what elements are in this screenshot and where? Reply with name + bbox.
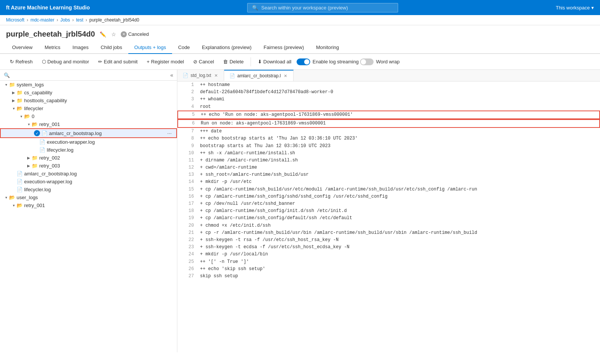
line-content: + chmod +x /etc/init.d/ssh — [200, 222, 271, 229]
tab-child-jobs[interactable]: Child jobs — [95, 41, 128, 54]
search-bar[interactable]: 🔍 Search within your workspace (preview) — [247, 3, 398, 12]
code-tab-std-log[interactable]: 📄 std_log.txt ✕ — [177, 70, 224, 81]
file-tree: 🔍 « ▾ 📁 system_logs ▶ 📁 cs_capability ▶ … — [0, 70, 177, 352]
tree-item-lifecycler-log[interactable]: 📄 lifecycler.log — [0, 146, 177, 154]
word-wrap-toggle[interactable]: Word wrap — [360, 58, 400, 65]
line-number: 24 — [180, 251, 194, 258]
line-content: + dirname /amlarc-runtime/install.sh — [200, 157, 298, 164]
search-icon: 🔍 — [4, 72, 10, 78]
line-content: + mkdir -p /usr/local/bin — [200, 251, 268, 258]
breadcrumb-microsoft[interactable]: Microsoft — [6, 17, 25, 23]
register-model-button[interactable]: + Register model — [143, 57, 188, 66]
tree-item-label: execution-wrapper.log — [47, 139, 174, 145]
edit-submit-button[interactable]: ✏ Edit and submit — [94, 57, 142, 66]
tree-item-amlarc-log2[interactable]: 📄 amlarc_cr_bootstrap.log — [0, 170, 177, 178]
tree-item-amlarc-bootstrap[interactable]: ✓ 📄 amlarc_cr_bootstrap.log ··· — [0, 128, 177, 138]
breadcrumb-test[interactable]: test — [76, 17, 83, 23]
code-line: 8++ echo bootstrap starts at 'Thu Jan 12… — [177, 135, 600, 142]
close-tab-button[interactable]: ✕ — [283, 74, 288, 78]
line-content: default-226a604b784f1bdefc4d127d78470ad8… — [200, 89, 333, 96]
line-number: 3 — [180, 96, 194, 103]
tab-bar: Overview Metrics Images Child jobs Outpu… — [0, 41, 600, 54]
tree-item-lifecycler-log2[interactable]: 📄 lifecycler.log — [0, 186, 177, 194]
folder-icon: 📁 — [17, 98, 23, 103]
debug-icon: ⬡ — [42, 59, 46, 65]
line-content: ++ echo bootstrap starts at 'Thu Jan 12 … — [200, 135, 358, 142]
log-streaming-toggle[interactable]: Enable log streaming — [297, 58, 358, 65]
chevron-down-icon: ▾ — [591, 5, 594, 11]
tree-item-label: lifecycler.log — [47, 147, 174, 153]
tree-item-cs-capability[interactable]: ▶ 📁 cs_capability — [0, 89, 177, 97]
code-line: 24+ mkdir -p /usr/local/bin — [177, 251, 600, 258]
word-wrap-track[interactable] — [360, 58, 374, 65]
tree-item-system-logs[interactable]: ▾ 📁 system_logs — [0, 81, 177, 89]
favorite-button[interactable]: ☆ — [111, 31, 117, 38]
tree-item-label: amlarc_cr_bootstrap.log — [49, 131, 166, 136]
cancel-label: Cancel — [199, 59, 214, 65]
tab-code[interactable]: Code — [172, 41, 196, 54]
download-all-label: Download all — [263, 59, 291, 65]
code-tab-amlarc[interactable]: 📄 amlarc_cr_bootstrap.l ✕ — [224, 70, 294, 81]
code-content: 1++ hostname2default-226a604b784f1bdefc4… — [177, 81, 600, 352]
line-content: ++ hostname — [200, 81, 230, 89]
edit-submit-label: Edit and submit — [104, 59, 138, 65]
tab-images[interactable]: Images — [66, 41, 95, 54]
delete-button[interactable]: 🗑 Delete — [219, 57, 248, 66]
tab-overview[interactable]: Overview — [6, 41, 38, 54]
tree-item-execution-wrapper[interactable]: 📄 execution-wrapper.log — [0, 138, 177, 146]
tree-item-lifecycler[interactable]: ▾ 📂 lifecycler — [0, 104, 177, 112]
tab-metrics[interactable]: Metrics — [38, 41, 66, 54]
log-streaming-track[interactable] — [297, 58, 310, 65]
tree-item-user-retry001[interactable]: ▾ 📂 retry_001 — [0, 201, 177, 209]
line-number: 21 — [180, 229, 194, 237]
chevron-icon: ▾ — [11, 106, 17, 111]
tree-item-retry001[interactable]: ▾ 📂 retry_001 — [0, 120, 177, 128]
tree-item-label: retry_001 — [24, 203, 174, 208]
line-number: 12 — [180, 164, 194, 171]
code-line: 12+ cwd=/amlarc-runtime — [177, 164, 600, 171]
word-wrap-label: Word wrap — [376, 59, 400, 65]
refresh-button[interactable]: ↻ Refresh — [6, 57, 37, 66]
line-number: 5 — [181, 111, 195, 118]
tree-item-user-logs[interactable]: ▾ 📂 user_logs — [0, 194, 177, 201]
folder-icon: 📁 — [9, 82, 15, 88]
download-all-button[interactable]: ⬇ Download all — [254, 57, 295, 66]
tab-fairness[interactable]: Fairness (preview) — [258, 41, 310, 54]
code-line: 5++ echo 'Run on node: aks-agentpool-176… — [177, 111, 600, 119]
code-line: 13+ ssh_root=/amlarc-runtime/ssh_build/u… — [177, 171, 600, 178]
line-number: 11 — [180, 157, 194, 164]
code-line: 23+ ssh-keygen -t ecdsa -f /usr/etc/ssh_… — [177, 244, 600, 251]
tab-outputs-logs[interactable]: Outputs + logs — [128, 41, 172, 54]
log-streaming-thumb — [304, 59, 309, 65]
tree-item-label: cs_capability — [24, 90, 174, 95]
tree-item-retry003[interactable]: ▶ 📁 retry_003 — [0, 162, 177, 170]
code-line: 16+ cp /amlarc-runtime/ssh_config/sshd/s… — [177, 193, 600, 200]
chevron-icon: ▶ — [26, 156, 32, 160]
folder-open-icon: 📂 — [9, 195, 15, 200]
line-content: ++ sh -x /amlarc-runtime/install.sh — [200, 150, 295, 157]
edit-title-button[interactable]: ✏️ — [99, 31, 107, 38]
tree-item-execution-wrapper2[interactable]: 📄 execution-wrapper.log — [0, 178, 177, 186]
pencil-icon: ✏ — [98, 59, 102, 65]
tree-item-hosttools[interactable]: ▶ 📁 hosttools_capability — [0, 97, 177, 104]
workspace-selector[interactable]: This workspace ▾ — [556, 5, 594, 11]
line-content: + ssh-keygen -t rsa -f /usr/etc/ssh_host… — [200, 237, 338, 244]
line-content: + ssh_root=/amlarc-runtime/ssh_build/usr — [200, 171, 309, 178]
folder-open-icon: 📂 — [17, 106, 23, 111]
tab-monitoring[interactable]: Monitoring — [310, 41, 345, 54]
line-content: + cwd=/amlarc-runtime — [200, 164, 257, 171]
file-tree-header: 🔍 « — [0, 70, 177, 81]
breadcrumb-jobs[interactable]: Jobs — [60, 17, 70, 23]
tree-item-retry002[interactable]: ▶ 📁 retry_002 — [0, 154, 177, 162]
close-tab-button[interactable]: ✕ — [214, 73, 218, 78]
more-button[interactable]: ··· — [166, 130, 173, 136]
tree-item-0[interactable]: ▾ 📂 0 — [0, 112, 177, 120]
line-number: 22 — [180, 237, 194, 244]
debug-monitor-button[interactable]: ⬡ Debug and monitor — [38, 57, 93, 66]
breadcrumb-mdc-master[interactable]: mdc-master — [31, 17, 54, 23]
tab-explanations[interactable]: Explanations (preview) — [196, 41, 258, 54]
cancel-button[interactable]: ⊘ Cancel — [189, 57, 218, 66]
collapse-button[interactable]: « — [170, 72, 173, 78]
line-number: 8 — [180, 135, 194, 142]
cancel-icon: ⊘ — [193, 59, 197, 65]
